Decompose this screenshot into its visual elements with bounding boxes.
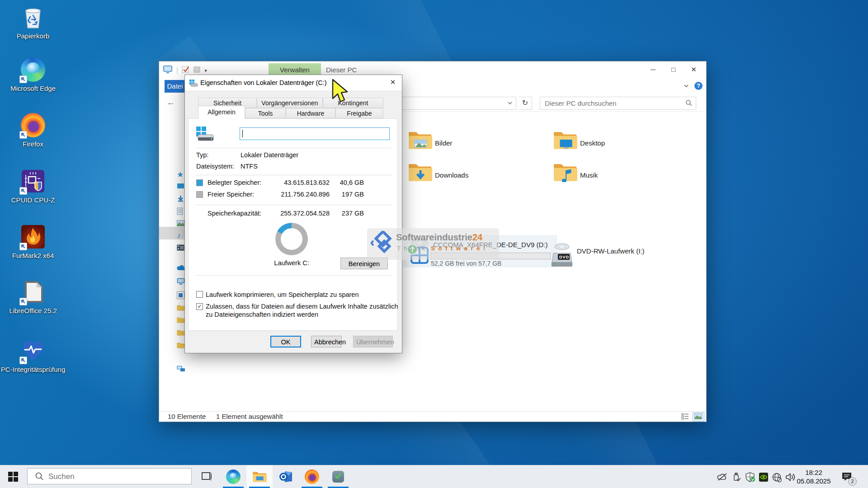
taskbar: 18:22 05.08.2025 bbox=[0, 465, 868, 488]
file-explorer-icon bbox=[252, 469, 267, 484]
help-icon[interactable]: ? bbox=[694, 82, 703, 90]
firefox-icon bbox=[20, 113, 46, 138]
pc-health-icon bbox=[20, 338, 46, 363]
nav-documents-icon[interactable] bbox=[177, 207, 185, 216]
desktop-icon-firefox[interactable]: Firefox bbox=[0, 113, 67, 148]
desktop-icon-label: LibreOffice 25.2 bbox=[0, 307, 67, 315]
maximize-button[interactable]: □ bbox=[663, 61, 684, 78]
filesystem-label: Dateisystem: bbox=[196, 163, 234, 170]
folder-tile-bilder[interactable]: Bilder bbox=[408, 129, 543, 157]
desktop-icon-libreoffice[interactable]: LibreOffice 25.2 bbox=[0, 279, 67, 315]
qat-customize-chevron-icon[interactable]: ▾ bbox=[204, 68, 207, 74]
nav-folder-icon[interactable] bbox=[177, 317, 185, 325]
minimize-button[interactable]: ─ bbox=[643, 61, 663, 78]
tab-vorgaengerversionen[interactable]: Vorgängerversionen bbox=[257, 98, 323, 108]
desktop-icon-cpuz[interactable]: CPUID CPU-Z bbox=[0, 169, 67, 204]
explorer-search-box[interactable] bbox=[540, 97, 696, 110]
folder-tile-musik[interactable]: Musik bbox=[553, 161, 689, 189]
folder-tile-downloads[interactable]: Downloads bbox=[408, 161, 543, 189]
general-tab-page: Typ: Lokaler Datenträger Dateisystem: NT… bbox=[188, 118, 398, 331]
details-view-icon[interactable] bbox=[681, 413, 689, 422]
tab-hardware[interactable]: Hardware bbox=[286, 108, 335, 118]
ribbon-tab-datei[interactable]: Datei bbox=[165, 80, 185, 93]
ribbon-collapse-chevron-icon[interactable] bbox=[683, 82, 690, 91]
compress-checkbox[interactable] bbox=[196, 291, 203, 298]
nav-pictures-icon[interactable] bbox=[177, 220, 185, 228]
dialog-close-icon[interactable]: ✕ bbox=[384, 75, 402, 89]
nav-onedrive-icon[interactable] bbox=[177, 264, 185, 272]
taskbar-search-input[interactable] bbox=[47, 470, 185, 483]
nav-folder-icon[interactable] bbox=[177, 329, 185, 338]
edge-icon bbox=[226, 469, 241, 484]
separator bbox=[195, 205, 392, 205]
clock[interactable]: 18:22 05.08.2025 bbox=[795, 468, 833, 485]
desktop-icon-recycle-bin[interactable]: Papierkorb bbox=[0, 5, 67, 40]
search-icon bbox=[685, 99, 693, 108]
thumbnail-view-icon[interactable] bbox=[693, 412, 704, 422]
folder-name: Bilder bbox=[435, 129, 452, 157]
network-no-internet-icon[interactable] bbox=[772, 472, 782, 482]
tab-tools[interactable]: Tools bbox=[245, 108, 286, 118]
address-dropdown-chevron-icon[interactable] bbox=[507, 100, 513, 108]
nvidia-tray-icon[interactable] bbox=[759, 472, 769, 482]
volume-label-input[interactable] bbox=[240, 127, 390, 140]
back-button[interactable]: ← bbox=[165, 96, 177, 109]
folder-tile-desktop[interactable]: Desktop bbox=[553, 129, 689, 157]
index-checkbox[interactable]: ✓ bbox=[196, 303, 203, 310]
capacity-bytes: 255.372.054.528 bbox=[275, 210, 330, 217]
desktop-icon-furmark[interactable]: FurMark2 x64 bbox=[0, 224, 67, 260]
used-space-label: Belegter Speicher: bbox=[208, 179, 261, 186]
desktop-icon-label: Microsoft Edge bbox=[0, 85, 67, 93]
nav-folder-icon[interactable] bbox=[177, 342, 185, 350]
pc-health-app-icon bbox=[331, 469, 345, 484]
capacity-size: 237 GB bbox=[331, 210, 364, 217]
status-item-count: 10 Elemente bbox=[168, 413, 206, 420]
taskbar-app-outlook[interactable] bbox=[273, 465, 299, 488]
start-button[interactable] bbox=[0, 465, 27, 488]
nav-downloads-icon[interactable] bbox=[177, 195, 185, 203]
qat-properties-icon[interactable] bbox=[182, 66, 190, 75]
used-space-swatch bbox=[196, 179, 203, 186]
used-space-bytes: 43.615.813.632 bbox=[275, 179, 330, 186]
taskbar-search-box[interactable] bbox=[27, 468, 192, 484]
taskbar-app-pc-health[interactable] bbox=[325, 465, 351, 488]
desktop-icon-pc-health[interactable]: PC-Integritätsprüfung bbox=[0, 338, 67, 374]
usb-eject-icon[interactable] bbox=[731, 472, 741, 482]
explorer-search-input[interactable] bbox=[544, 98, 681, 109]
dialog-titlebar: Eigenschaften von Lokaler Datenträger (C… bbox=[185, 75, 402, 90]
nav-music-icon[interactable]: ♪ bbox=[177, 231, 185, 239]
apply-button[interactable]: Übernehmen bbox=[353, 336, 393, 347]
dialog-title: Eigenschaften von Lokaler Datenträger (C… bbox=[200, 75, 327, 90]
desktop-icon-label: PC-Integritätsprüfung bbox=[0, 366, 67, 374]
ok-button[interactable]: OK bbox=[270, 336, 301, 347]
onedrive-offline-icon[interactable] bbox=[717, 472, 727, 482]
filesystem-value: NTFS bbox=[241, 163, 258, 170]
cancel-button[interactable]: Abbrechen bbox=[311, 336, 342, 347]
taskbar-app-explorer[interactable] bbox=[246, 465, 273, 488]
nav-desktop-icon[interactable] bbox=[177, 183, 185, 191]
security-shield-icon[interactable] bbox=[745, 472, 755, 482]
taskbar-app-edge[interactable] bbox=[220, 465, 246, 488]
nav-this-pc-icon[interactable] bbox=[177, 278, 185, 286]
usage-donut bbox=[275, 223, 308, 255]
drive-name: DVD-RW-Laufwerk (I:) bbox=[577, 247, 644, 275]
desktop-icon-label: FurMark2 x64 bbox=[0, 252, 67, 260]
firefox-icon bbox=[305, 469, 319, 484]
drive-tile-dvd[interactable]: DVD DVD-RW-Laufwerk (I:) bbox=[550, 241, 685, 269]
nav-3d-objects-icon[interactable] bbox=[177, 291, 185, 300]
nav-videos-icon[interactable] bbox=[177, 244, 185, 253]
nav-folder-icon[interactable] bbox=[177, 305, 185, 313]
desktop-icon-edge[interactable]: Microsoft Edge bbox=[0, 57, 67, 93]
watermark-brand: Softwareindustrie24 bbox=[396, 232, 482, 243]
nav-quick-access-icon[interactable]: ★ bbox=[177, 170, 185, 178]
capacity-label: Speicherkapazität: bbox=[208, 210, 261, 217]
close-button[interactable]: ✕ bbox=[684, 61, 704, 78]
qat-new-folder-icon[interactable] bbox=[193, 66, 201, 75]
taskbar-app-firefox[interactable] bbox=[299, 465, 325, 488]
tab-freigabe[interactable]: Freigabe bbox=[335, 108, 383, 118]
tab-allgemein[interactable]: Allgemein bbox=[198, 106, 245, 119]
task-view-button[interactable] bbox=[193, 465, 220, 488]
volume-icon[interactable] bbox=[785, 472, 795, 482]
refresh-icon[interactable]: ↻ bbox=[519, 97, 532, 110]
nav-network-icon[interactable] bbox=[177, 366, 185, 374]
